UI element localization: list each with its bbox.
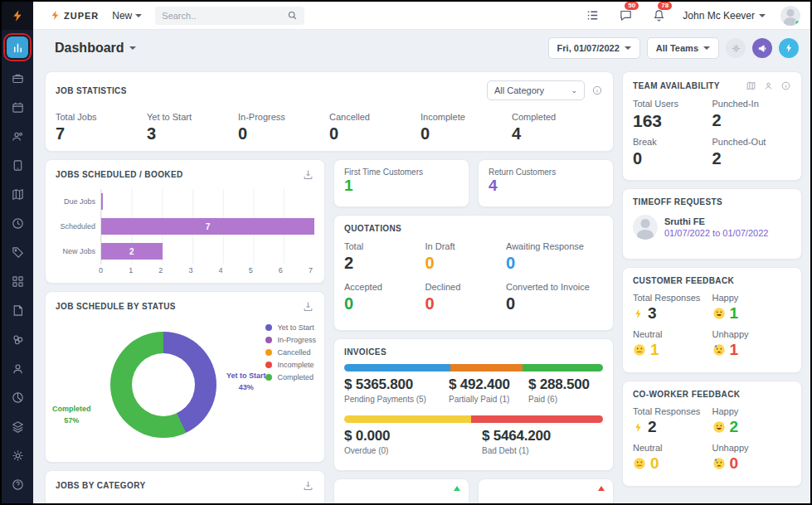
partial-card-2: [478, 478, 614, 503]
card-title: JOB STATISTICS: [56, 86, 127, 95]
bar-due-jobs[interactable]: [101, 193, 103, 210]
team-availability-card: TEAM AVAILABILITY Total Users163 Punched…: [622, 71, 802, 181]
jobs-by-category-card: JOBS BY CATEGORY: [45, 470, 325, 503]
app-logo[interactable]: [2, 2, 33, 30]
metric-label: Return Customers: [489, 168, 603, 177]
info-icon[interactable]: [780, 80, 791, 91]
metric-incomplete: Incomplete0: [421, 112, 512, 143]
card-title: JOBS SCHEDULED / BOOKED: [56, 170, 183, 179]
dashboard-settings-button[interactable]: [726, 38, 746, 58]
card-title: JOBS BY CATEGORY: [56, 481, 145, 490]
metric-quot-declined: Declined0: [425, 282, 507, 313]
sidebar-item-apps[interactable]: [8, 272, 27, 290]
timeoff-requests-card: TIMEOFF REQUESTS Sruthi FE 01/07/2022 to…: [622, 188, 802, 260]
metric-in-progress: In-Progress0: [238, 112, 329, 143]
lightning-icon: [633, 421, 644, 434]
lightning-icon: [633, 308, 644, 320]
lightning-icon: [784, 43, 794, 53]
sidebar-item-schedule[interactable]: [8, 98, 27, 116]
metric-label: First Time Customers: [344, 168, 459, 177]
metric-cf-neutral: Neutral 1: [633, 329, 712, 359]
quotations-card: QUOTATIONS Total2 In Draft0 Awaiting Res…: [333, 215, 614, 331]
metric-completed: Completed4: [512, 112, 603, 143]
card-title: CO-WORKER FEEDBACK: [633, 390, 740, 399]
page-title-dropdown[interactable]: Dashboard: [55, 41, 136, 56]
sidebar-item-jobs[interactable]: [8, 69, 27, 87]
info-icon[interactable]: [591, 85, 603, 96]
download-icon[interactable]: [302, 168, 314, 181]
card-title: CUSTOMER FEEDBACK: [633, 276, 734, 285]
return-customers-value: 4: [489, 177, 603, 195]
activity-list-button[interactable]: [583, 7, 601, 25]
sidebar-item-tags[interactable]: [8, 243, 27, 261]
neutral-face-icon: [633, 343, 646, 357]
sidebar-item-timesheet[interactable]: [8, 214, 27, 232]
search-icon[interactable]: [287, 10, 298, 21]
sidebar-item-parts[interactable]: [8, 330, 27, 348]
unhappy-face-icon: [712, 343, 726, 357]
metric-quot-converted: Converted to Invoice0: [506, 282, 603, 313]
metric-total-jobs: Total Jobs7: [56, 112, 147, 143]
metric-quot-accepted: Accepted0: [344, 282, 425, 313]
category-filter-select[interactable]: All Category⌄: [487, 80, 585, 100]
chart-legend: Yet to Start In-Progress Cancelled Incom…: [265, 323, 316, 381]
chat-button[interactable]: 50: [616, 7, 635, 25]
bar-new-jobs[interactable]: 2: [101, 243, 163, 260]
notifications-button[interactable]: 78: [649, 7, 668, 25]
bar-row-due-jobs: Due Jobs: [56, 189, 314, 214]
x-axis-ticks: 01234567: [99, 266, 313, 274]
chevron-down-icon: [625, 46, 631, 50]
quick-actions-button[interactable]: [779, 38, 799, 58]
legend-yet-to-start[interactable]: Yet to Start: [265, 323, 316, 332]
team-filter-button[interactable]: All Teams: [647, 37, 719, 59]
sidebar-item-customers[interactable]: [8, 127, 27, 145]
download-icon[interactable]: [302, 479, 314, 492]
sidebar-item-settings[interactable]: [8, 446, 27, 464]
legend-in-progress[interactable]: In-Progress: [265, 336, 316, 344]
search-input[interactable]: [162, 11, 282, 21]
chevron-down-icon: [703, 46, 710, 50]
avatar: [633, 215, 658, 240]
coworker-feedback-card: CO-WORKER FEEDBACK Total Responses 2 Hap…: [622, 381, 802, 487]
user-group-icon: [11, 129, 25, 143]
new-menu[interactable]: New: [112, 10, 142, 22]
legend-cancelled[interactable]: Cancelled: [265, 348, 316, 357]
brand-logo[interactable]: ZUPER: [50, 10, 99, 21]
metric-cw-total: Total Responses 2: [633, 406, 712, 436]
timeoff-request-item[interactable]: Sruthi FE 01/07/2022 to 01/07/2022: [633, 215, 791, 240]
announcements-button[interactable]: [752, 38, 772, 58]
legend-completed[interactable]: Completed: [265, 373, 316, 381]
sidebar-item-devices[interactable]: [8, 156, 27, 174]
status-donut[interactable]: [110, 332, 216, 438]
metric-quot-awaiting: Awaiting Response0: [506, 241, 603, 272]
user-menu[interactable]: John Mc Keever: [683, 10, 766, 22]
legend-incomplete[interactable]: Incomplete: [265, 361, 316, 369]
timeoff-date-range[interactable]: 01/07/2022 to 01/07/2022: [664, 228, 768, 238]
page-title: Dashboard: [55, 41, 124, 56]
sidebar-item-help[interactable]: [8, 475, 27, 493]
bar-chart-icon: [12, 41, 24, 54]
bar-scheduled[interactable]: 7: [101, 218, 314, 235]
user-icon[interactable]: [763, 80, 774, 91]
sidebar-item-users[interactable]: [8, 359, 27, 377]
user-avatar[interactable]: [780, 6, 800, 26]
map-icon[interactable]: [746, 80, 756, 91]
invoice-partially-paid: $ 492.400Partially Paid (1): [449, 376, 528, 404]
sidebar-item-map[interactable]: [8, 185, 27, 203]
tablet-icon: [11, 158, 25, 172]
topbar: ZUPER New 50 78: [33, 2, 810, 30]
invoice-pending: $ 5365.800Pending Payments (5): [344, 376, 449, 404]
tag-icon: [11, 245, 25, 260]
clock-icon: [11, 216, 25, 231]
sidebar-item-reports[interactable]: [8, 388, 27, 406]
download-icon[interactable]: [302, 300, 314, 313]
date-filter-button[interactable]: Fri, 01/07/2022: [548, 37, 640, 59]
brand-name: ZUPER: [64, 11, 99, 21]
metric-cw-neutral: Neutral 0: [633, 443, 712, 473]
sidebar-item-documents[interactable]: [8, 301, 27, 319]
sidebar-item-assets[interactable]: [8, 417, 27, 435]
sidebar-item-dashboard[interactable]: [7, 36, 28, 58]
invoice-bad-debt: $ 5464.200Bad Debt (1): [482, 428, 551, 455]
segment-bad-debt: [471, 415, 603, 423]
invoice-bar-2: [344, 415, 603, 423]
